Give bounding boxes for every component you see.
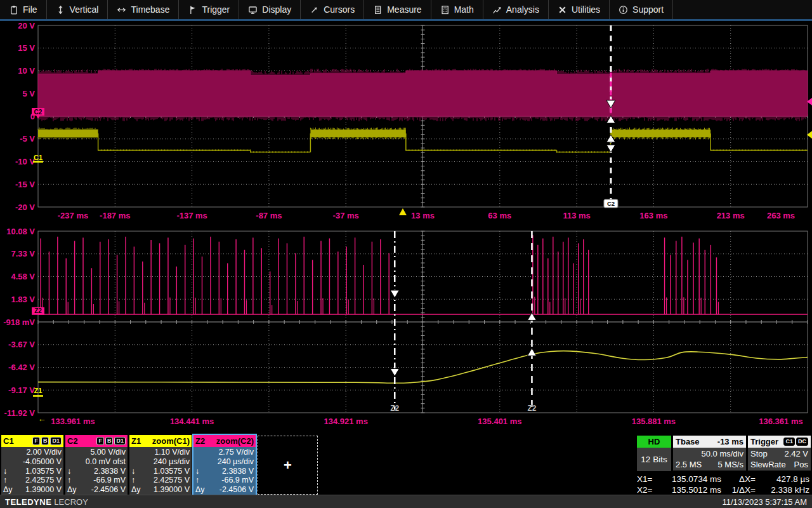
- svg-text:13 ms: 13 ms: [411, 211, 435, 220]
- svg-text:-187 ms: -187 ms: [100, 211, 130, 220]
- timebase-icon: [117, 5, 126, 15]
- svg-text:-137 ms: -137 ms: [176, 211, 207, 220]
- hd-header: HD: [637, 436, 671, 448]
- menu-utilities[interactable]: Utilities: [549, 0, 610, 19]
- timebase-box[interactable]: Tbase -13 ms 50.0 ms/div 2.5 MS5 MS/s: [673, 436, 746, 471]
- descriptor-row: ↓2.3838 V: [67, 467, 126, 476]
- menu-label: Math: [454, 4, 474, 15]
- trace-name: Z2: [195, 436, 205, 446]
- descriptor-row: 2.75 V/div: [195, 448, 254, 457]
- menu-cursors[interactable]: Cursors: [301, 0, 364, 19]
- descriptor-C2[interactable]: C2FBD15.00 V/div0.0 mV ofst↓2.3838 V↑-66…: [65, 435, 128, 495]
- x2-value: 135.5012 ms: [658, 485, 725, 496]
- hd-bits: 12 Bits: [637, 448, 671, 471]
- svg-text:15 V: 15 V: [18, 43, 35, 53]
- clock: 11/13/2023 5:37:15 AM: [723, 497, 807, 507]
- descriptor-row: ↑2.42575 V: [3, 476, 62, 485]
- svg-text:10.08 V: 10.08 V: [6, 227, 35, 236]
- main-grid: 20 V15 V10 V5 V0-5 V-10 V-15 V-20 V-237 …: [15, 21, 808, 221]
- svg-text:163 ms: 163 ms: [639, 211, 667, 220]
- menu-display[interactable]: Display: [239, 0, 301, 19]
- trigger-box[interactable]: Trigger C1 DC Stop2.42 V SlewRatePos: [748, 436, 811, 471]
- svg-text:7.33 V: 7.33 V: [11, 249, 35, 258]
- menu-label: File: [23, 4, 37, 15]
- svg-text:136.361 ms: 136.361 ms: [759, 417, 802, 426]
- svg-text:-87 ms: -87 ms: [256, 211, 282, 220]
- hd-mode-box[interactable]: HD 12 Bits: [637, 436, 671, 471]
- tbase-scale: 50.0 ms/div: [702, 448, 743, 459]
- trigger-mode: Stop: [750, 448, 768, 459]
- descriptor-Z2[interactable]: Z2zoom(C2)2.75 V/div240 µs/div↓2.3838 V↑…: [193, 435, 256, 495]
- cursor-readout: X1= 135.0734 ms ΔX= 427.8 µs X2= 135.501…: [637, 474, 811, 495]
- svg-text:Z2: Z2: [390, 404, 399, 413]
- trigger-time-marker: [399, 208, 407, 215]
- tbase-label: Tbase: [676, 437, 700, 446]
- svg-text:C2: C2: [607, 200, 615, 207]
- menu-label: Measure: [387, 4, 421, 15]
- menu-support[interactable]: Support: [610, 0, 673, 19]
- tbase-rate: 5 MS/s: [718, 459, 743, 470]
- descriptor-row: Δy1.39000 V: [131, 485, 190, 495]
- badge-b: B: [41, 437, 49, 445]
- descriptor-row: Δy-2.4506 V: [195, 485, 254, 495]
- menu-analysis[interactable]: Analysis: [483, 0, 549, 19]
- svg-text:10 V: 10 V: [18, 66, 35, 76]
- tbase-delay: -13 ms: [717, 437, 743, 446]
- descriptor-row: 1.10 V/div: [131, 448, 190, 457]
- math-icon: [440, 5, 450, 15]
- descriptor-row: 2.00 V/div: [3, 448, 62, 457]
- svg-text:1.83 V: 1.83 V: [11, 295, 35, 304]
- svg-text:213 ms: 213 ms: [717, 211, 745, 220]
- trigger-slope: Pos: [794, 459, 808, 470]
- menu-label: Vertical: [70, 4, 99, 15]
- menu-bar: FileVerticalTimebaseTriggerDisplayCursor…: [0, 0, 812, 19]
- descriptor-row: ↑-66.9 mV: [67, 476, 126, 485]
- svg-text:20 V: 20 V: [18, 21, 35, 30]
- trigger-icon: [188, 5, 197, 15]
- menu-label: Timebase: [131, 4, 169, 15]
- plus-icon: +: [284, 457, 292, 474]
- svg-text:-6.42 V: -6.42 V: [8, 363, 35, 372]
- x2-label: X2=: [637, 485, 658, 496]
- menu-vertical[interactable]: Vertical: [47, 0, 108, 19]
- trigger-type: SlewRate: [750, 459, 786, 470]
- descriptor-row: ↓1.03575 V: [3, 467, 62, 476]
- menu-label: Support: [632, 4, 664, 15]
- menu-math[interactable]: Math: [431, 0, 483, 19]
- trigger-coupling-badge: DC: [796, 438, 808, 446]
- svg-text:113 ms: 113 ms: [563, 211, 590, 220]
- svg-text:-5 V: -5 V: [20, 134, 35, 144]
- invdx-value: 2.338 kHz: [756, 485, 811, 496]
- svg-text:C2: C2: [34, 109, 43, 116]
- trigger-source-badge: C1: [783, 438, 795, 446]
- menu-timebase[interactable]: Timebase: [108, 0, 179, 19]
- svg-text:Z1: Z1: [34, 387, 43, 394]
- descriptor-row: ↑-66.9 mV: [195, 476, 254, 485]
- svg-text:263 ms: 263 ms: [767, 211, 795, 220]
- x1-value: 135.0734 ms: [658, 474, 725, 485]
- utilities-icon: [558, 5, 567, 15]
- trace-name: C2: [67, 436, 78, 446]
- menu-measure[interactable]: Measure: [364, 0, 431, 19]
- svg-text:←: ←: [38, 414, 46, 424]
- svg-text:-20 V: -20 V: [15, 203, 35, 212]
- trace-c2: [38, 69, 808, 121]
- descriptor-row: 240 µs/div: [195, 457, 254, 467]
- descriptor-C1[interactable]: C1FBD12.00 V/div-4.05000 V↓1.03575 V↑2.4…: [1, 435, 63, 495]
- svg-text:-37 ms: -37 ms: [333, 211, 359, 220]
- descriptor-Z1[interactable]: Z1zoom(C1)1.10 V/div240 µs/div↓1.03575 V…: [129, 435, 192, 495]
- menu-label: Analysis: [506, 4, 539, 15]
- trace-name: Z1: [131, 436, 141, 446]
- add-trace-button[interactable]: +: [258, 436, 318, 495]
- svg-text:63 ms: 63 ms: [488, 211, 511, 220]
- menu-label: Utilities: [572, 4, 600, 15]
- svg-text:-15 V: -15 V: [15, 180, 35, 189]
- badge-b: B: [105, 437, 114, 445]
- trace-function: zoom(C2): [216, 436, 254, 446]
- analysis-icon: [492, 5, 502, 15]
- svg-text:-918 mV: -918 mV: [3, 318, 35, 327]
- descriptor-row: ↓2.3838 V: [195, 467, 254, 476]
- menu-trigger[interactable]: Trigger: [179, 0, 239, 19]
- menu-file[interactable]: File: [0, 0, 47, 19]
- menu-accent-line: [0, 19, 812, 21]
